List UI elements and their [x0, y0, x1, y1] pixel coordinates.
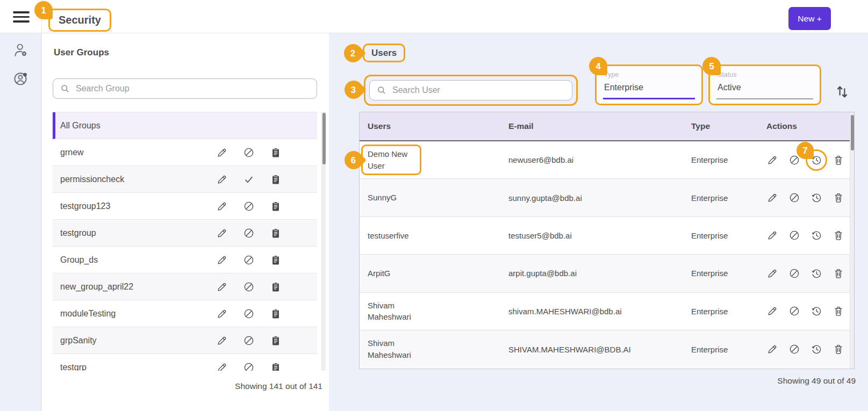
scrollbar-thumb[interactable] [322, 113, 326, 164]
block-icon[interactable] [788, 229, 800, 241]
status-filter-value: Active [718, 83, 741, 92]
edit-icon[interactable] [766, 229, 778, 241]
history-icon[interactable] [810, 305, 822, 317]
clipboard-icon[interactable] [270, 227, 282, 239]
edit-icon[interactable] [766, 305, 778, 317]
check-icon[interactable] [243, 174, 255, 185]
group-row[interactable]: grnew [53, 139, 317, 166]
search-icon [376, 85, 387, 96]
block-icon[interactable] [243, 362, 255, 371]
page-title: Security [59, 14, 101, 26]
clipboard-icon[interactable] [270, 281, 282, 293]
group-row-all-groups[interactable]: All Groups [53, 112, 317, 139]
users-table-scrollbar[interactable] [850, 113, 854, 369]
history-icon[interactable] [810, 229, 822, 241]
block-icon[interactable] [788, 268, 800, 279]
user-actions [753, 268, 854, 279]
user-name: ArpitG [368, 268, 391, 279]
delete-icon[interactable] [833, 268, 844, 279]
user-email: arpit.gupta@bdb.ai [500, 269, 683, 278]
user-name: Shivam Maheshwari [368, 337, 415, 361]
edit-icon[interactable] [216, 281, 228, 293]
history-icon[interactable] [810, 192, 822, 204]
block-icon[interactable] [243, 147, 255, 158]
group-actions [216, 227, 282, 239]
group-search-input[interactable] [76, 84, 310, 93]
edit-icon[interactable] [766, 343, 778, 355]
user-type: Enterprise [683, 269, 753, 278]
group-actions [216, 174, 282, 185]
clipboard-icon[interactable] [270, 335, 282, 347]
group-row[interactable]: Group_ds [53, 247, 317, 273]
block-icon[interactable] [243, 200, 255, 212]
clipboard-icon[interactable] [270, 254, 282, 266]
status-filter-select[interactable]: Status Active [708, 64, 821, 105]
delete-icon[interactable] [833, 192, 844, 204]
group-row[interactable]: grpSanity [53, 327, 317, 354]
header-users: Users [360, 121, 500, 131]
edit-icon[interactable] [216, 147, 228, 158]
group-actions [216, 254, 282, 266]
scrollbar-thumb[interactable] [851, 115, 855, 150]
group-row[interactable]: moduleTesting [53, 300, 317, 327]
sort-icon[interactable] [834, 84, 850, 100]
hamburger-menu-icon[interactable] [13, 11, 30, 23]
group-row[interactable]: testgrp [53, 354, 317, 371]
group-row[interactable]: permissioncheck [53, 166, 317, 193]
edit-icon[interactable] [216, 308, 228, 320]
history-icon[interactable] [810, 268, 822, 279]
block-icon[interactable] [243, 254, 255, 266]
clipboard-icon[interactable] [270, 174, 282, 185]
edit-icon[interactable] [766, 268, 778, 279]
user-type: Enterprise [683, 155, 753, 164]
user-row[interactable]: Shivam MaheshwariSHIVAM.MAHESHWARI@BDB.A… [360, 330, 854, 368]
group-row[interactable]: testgroup [53, 220, 317, 247]
clipboard-icon[interactable] [270, 362, 282, 371]
delete-icon[interactable] [833, 154, 844, 166]
block-icon[interactable] [243, 281, 255, 293]
clipboard-icon[interactable] [270, 147, 282, 158]
edit-icon[interactable] [216, 254, 228, 266]
group-list-scrollbar[interactable] [321, 112, 326, 371]
group-row[interactable]: new_group_april22 [53, 273, 317, 300]
user-row[interactable]: ArpitGarpit.gupta@bdb.aiEnterprise [360, 255, 854, 292]
history-icon[interactable] [810, 343, 822, 355]
block-icon[interactable] [788, 343, 800, 355]
user-name: Demo New User [361, 145, 421, 176]
type-filter-select[interactable]: Type Enterprise [595, 64, 703, 105]
group-row[interactable]: testgroup123 [53, 193, 317, 220]
delete-icon[interactable] [833, 305, 844, 317]
annotation-badge-1: 1 [34, 1, 53, 19]
type-filter-underline [603, 98, 695, 99]
edit-icon[interactable] [216, 335, 228, 347]
delete-icon[interactable] [833, 229, 844, 241]
clipboard-icon[interactable] [270, 308, 282, 320]
user-settings-icon[interactable] [12, 42, 29, 59]
user-row[interactable]: testuserfivetestuser5@bdb.aiEnterprise [360, 217, 854, 255]
user-search-input[interactable] [392, 85, 565, 95]
edit-icon[interactable] [766, 192, 778, 204]
user-profile-alert-icon[interactable] [12, 70, 29, 87]
group-actions [216, 362, 282, 371]
clipboard-icon[interactable] [270, 200, 282, 212]
user-type: Enterprise [683, 231, 753, 240]
edit-icon[interactable] [216, 362, 228, 371]
user-row[interactable]: SunnyGsunny.gupta@bdb.aiEnterprise [360, 179, 854, 217]
new-button[interactable]: New + [788, 7, 831, 30]
user-row[interactable]: Shivam Maheshwarishivam.MAHESHWARI@bdb.a… [360, 293, 854, 330]
status-filter-underline [716, 98, 813, 99]
group-actions [216, 200, 282, 212]
block-icon[interactable] [243, 227, 255, 239]
edit-icon[interactable] [216, 174, 228, 185]
user-name: SunnyG [368, 192, 397, 204]
user-row[interactable]: Demo New Usernewuser6@bdb.aiEnterprise [360, 141, 854, 179]
edit-icon[interactable] [216, 200, 228, 212]
edit-icon[interactable] [216, 227, 228, 239]
delete-icon[interactable] [833, 343, 844, 355]
block-icon[interactable] [788, 305, 800, 317]
group-actions [216, 147, 282, 158]
block-icon[interactable] [243, 308, 255, 320]
block-icon[interactable] [788, 192, 800, 204]
block-icon[interactable] [243, 335, 255, 347]
edit-icon[interactable] [766, 154, 778, 166]
